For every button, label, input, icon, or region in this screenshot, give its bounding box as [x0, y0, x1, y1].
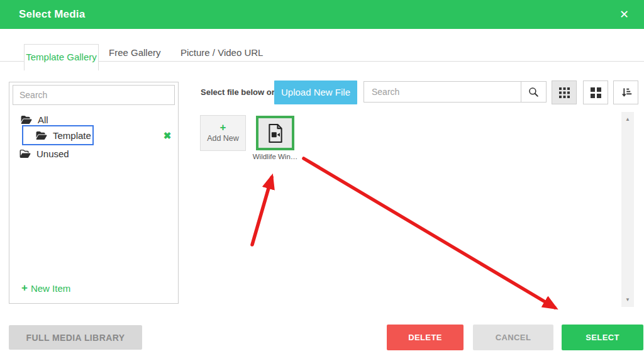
folder-open-outline-icon	[19, 149, 31, 158]
large-grid-view-button[interactable]	[583, 81, 608, 104]
folder-item-all[interactable]: All	[21, 114, 48, 125]
close-icon[interactable]: ✕	[616, 0, 633, 29]
folder-open-icon	[21, 115, 32, 125]
new-folder-button[interactable]: + New Item	[21, 282, 70, 294]
arrow-to-select-button	[304, 158, 555, 308]
select-button[interactable]: SELECT	[562, 325, 643, 350]
folder-label: Template	[53, 130, 91, 141]
folder-item-template-selected[interactable]: Template	[22, 125, 94, 145]
tab-free-gallery[interactable]: Free Gallery	[109, 44, 161, 62]
folder-item-unused[interactable]: Unused	[19, 148, 69, 159]
scroll-down-icon[interactable]: ▼	[621, 297, 634, 303]
search-icon	[528, 86, 540, 98]
plus-icon: +	[220, 123, 226, 132]
arrow-to-thumbnail	[252, 177, 272, 245]
cancel-button[interactable]: CANCEL	[473, 325, 553, 350]
add-new-card[interactable]: + Add New	[200, 115, 246, 151]
media-search-input[interactable]	[364, 82, 521, 102]
scroll-up-icon[interactable]: ▲	[621, 116, 634, 122]
folder-label: Unused	[36, 148, 69, 159]
media-search-group	[364, 81, 547, 103]
grid-small-icon	[559, 87, 570, 98]
folder-sidebar: All Template ✖ Unused + New Item	[9, 82, 179, 304]
remove-folder-icon[interactable]: ✖	[161, 130, 174, 142]
sort-amount-icon	[620, 87, 632, 99]
add-new-label: Add New	[207, 134, 239, 143]
folder-open-icon	[36, 131, 47, 140]
media-item-label: Wildlife Win…	[250, 153, 301, 160]
tab-picture-video-url[interactable]: Picture / Video URL	[180, 44, 263, 62]
dialog-title: Select Media	[19, 0, 85, 29]
folder-search-input[interactable]	[13, 85, 175, 105]
folder-label: All	[38, 114, 48, 125]
tab-template-gallery[interactable]: Template Gallery	[24, 44, 99, 70]
sort-button[interactable]	[613, 81, 638, 104]
media-item-selected[interactable]	[256, 116, 294, 150]
small-grid-view-button[interactable]	[552, 81, 577, 104]
delete-button[interactable]: DELETE	[387, 325, 464, 350]
full-media-library-button[interactable]: FULL MEDIA LIBRARY	[9, 325, 142, 350]
search-button[interactable]	[521, 82, 546, 102]
dialog-header: Select Media ✕	[0, 0, 644, 29]
plus-icon: +	[21, 282, 28, 294]
grid-large-icon	[591, 87, 601, 98]
select-file-prompt: Select file below or	[201, 87, 275, 97]
new-item-label: New Item	[31, 283, 70, 294]
upload-new-file-button[interactable]: Upload New File	[274, 81, 357, 104]
grid-scrollbar[interactable]: ▲ ▼	[621, 112, 634, 307]
video-file-icon	[267, 123, 284, 143]
